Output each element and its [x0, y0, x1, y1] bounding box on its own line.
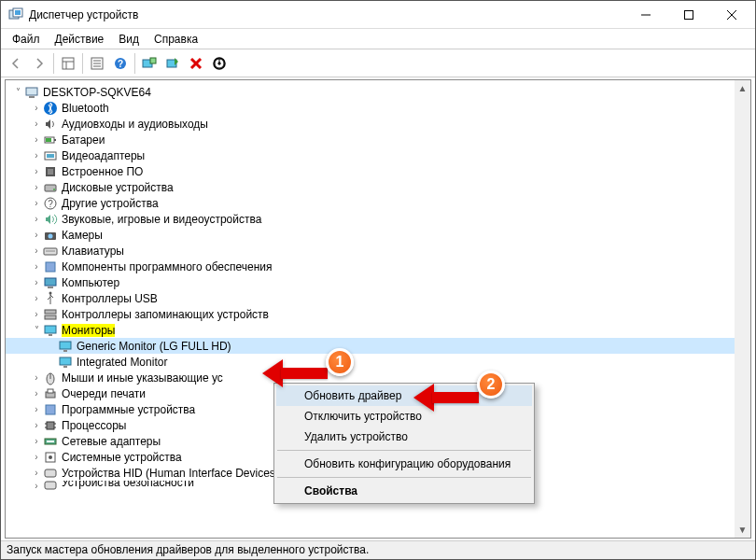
tree-item-label: Программные устройства — [62, 403, 195, 416]
svg-rect-57 — [48, 389, 53, 393]
ctx-separator — [277, 477, 531, 478]
svg-rect-44 — [48, 287, 53, 288]
expand-caret-icon[interactable]: › — [30, 404, 43, 414]
tree-item-label: Компьютер — [62, 276, 119, 289]
svg-point-35 — [53, 189, 55, 190]
titlebar: Диспетчер устройств — [1, 1, 755, 29]
tree-item-label: Очереди печати — [62, 387, 146, 400]
tree-item[interactable]: ›Батареи — [6, 132, 750, 147]
svg-rect-58 — [46, 405, 55, 414]
svg-rect-50 — [60, 342, 71, 349]
expand-caret-icon[interactable]: › — [30, 245, 43, 256]
tree-item[interactable]: ›?Другие устройства — [6, 195, 750, 211]
tree-item[interactable]: ›Видеоадаптеры — [6, 147, 750, 163]
tree-item[interactable]: ›Контроллеры USB — [6, 290, 750, 306]
scroll-down-icon[interactable]: ▼ — [735, 522, 750, 538]
monitor-icon — [43, 323, 58, 338]
svg-rect-68 — [45, 469, 56, 477]
tree-item[interactable]: ›Контроллеры запоминающих устройств — [6, 306, 750, 322]
expand-caret-icon[interactable]: › — [30, 261, 43, 272]
svg-point-39 — [49, 233, 53, 238]
scroll-up-icon[interactable]: ▲ — [735, 80, 750, 96]
tree-item[interactable]: ›Встроенное ПО — [6, 163, 750, 179]
toolbar-back-button[interactable] — [5, 52, 27, 75]
tree-item-label: Встроенное ПО — [62, 165, 143, 178]
expand-caret-icon[interactable]: › — [30, 103, 43, 113]
menubar: Файл Действие Вид Справка — [1, 29, 755, 49]
tree-item-label: Камеры — [62, 229, 103, 242]
minimize-button[interactable] — [624, 1, 667, 29]
tree-item[interactable]: ›Клавиатуры — [6, 243, 750, 259]
expand-caret-icon[interactable]: › — [30, 182, 43, 192]
tree-item-label: Устройства безопасности — [62, 481, 194, 489]
scrollbar[interactable]: ▲ ▼ — [735, 80, 750, 538]
svg-rect-28 — [54, 139, 56, 141]
expand-caret-icon[interactable]: › — [30, 166, 43, 176]
expand-caret-icon[interactable]: › — [30, 372, 43, 383]
toolbar-properties-button[interactable] — [86, 52, 108, 75]
tree-item[interactable]: ›Звуковые, игровые и видеоустройства — [6, 211, 750, 227]
tree-item[interactable]: ›Bluetooth — [6, 100, 750, 116]
expand-caret-icon[interactable]: › — [30, 150, 43, 161]
expand-caret-icon[interactable]: › — [30, 293, 43, 303]
expand-caret-icon[interactable]: › — [30, 452, 43, 462]
tree-item[interactable]: ›Компьютер — [6, 274, 750, 290]
svg-rect-53 — [63, 366, 67, 368]
tree-monitor-integrated[interactable]: Integrated Monitor — [6, 354, 750, 370]
maximize-button[interactable] — [667, 1, 710, 29]
tree-monitor-generic[interactable]: Generic Monitor (LG FULL HD) — [6, 338, 750, 354]
tree-monitors[interactable]: ˅Мониторы — [6, 322, 750, 338]
expand-caret-icon[interactable]: › — [30, 214, 43, 224]
tree-item-label: Bluetooth — [62, 102, 109, 115]
expand-caret-icon[interactable]: › — [30, 420, 43, 430]
close-button[interactable] — [710, 1, 753, 29]
svg-text:?: ? — [118, 59, 123, 69]
tree-item-label: Контроллеры USB — [62, 292, 158, 305]
toolbar-update-button[interactable] — [161, 52, 184, 75]
expand-caret-icon[interactable]: › — [30, 134, 43, 145]
device-icon — [43, 180, 58, 195]
tree-item[interactable]: ›Компоненты программного обеспечения — [6, 259, 750, 274]
expand-caret-icon[interactable]: › — [30, 388, 43, 399]
ctx-remove-device[interactable]: Удалить устройство — [276, 427, 532, 447]
expand-caret-icon[interactable]: › — [30, 198, 43, 208]
svg-rect-52 — [60, 357, 71, 365]
ctx-scan-hardware[interactable]: Обновить конфигурацию оборудования — [276, 454, 532, 474]
svg-rect-46 — [45, 310, 56, 314]
tree-item-label: Дисковые устройства — [62, 181, 174, 194]
menu-action[interactable]: Действие — [48, 31, 112, 48]
expand-caret-icon[interactable]: › — [30, 481, 43, 490]
tree-root[interactable]: ˅DESKTOP-SQKVE64 — [6, 84, 750, 100]
expand-caret-icon[interactable]: › — [30, 230, 43, 240]
tree-item[interactable]: ›Аудиовходы и аудиовыходы — [6, 116, 750, 132]
menu-file[interactable]: Файл — [5, 31, 48, 48]
toolbar-forward-button[interactable] — [28, 52, 50, 75]
device-icon — [43, 307, 58, 322]
tree-item[interactable]: ›Дисковые устройства — [6, 179, 750, 195]
menu-view[interactable]: Вид — [111, 31, 147, 48]
expand-caret-icon[interactable]: › — [30, 436, 43, 446]
menu-help[interactable]: Справка — [147, 31, 205, 48]
expand-caret-icon[interactable]: › — [30, 277, 43, 287]
ctx-disable-device[interactable]: Отключить устройство — [276, 406, 532, 427]
toolbar-uninstall-button[interactable] — [185, 52, 207, 75]
tree-item[interactable]: ›Камеры — [6, 227, 750, 243]
ctx-properties[interactable]: Свойства — [276, 481, 532, 501]
toolbar-showhide-button[interactable] — [57, 52, 79, 75]
svg-rect-59 — [47, 422, 54, 429]
toolbar-disable-button[interactable] — [208, 52, 231, 75]
expand-caret-icon[interactable]: › — [30, 119, 43, 129]
device-icon — [43, 481, 58, 490]
expand-caret-icon[interactable]: ˅ — [11, 87, 24, 97]
expand-caret-icon[interactable]: › — [30, 309, 43, 319]
tree-item-label: Generic Monitor (LG FULL HD) — [77, 340, 231, 353]
tree-item-label: Звуковые, игровые и видеоустройства — [62, 213, 261, 226]
device-icon — [43, 291, 58, 306]
expand-caret-icon[interactable]: › — [30, 468, 43, 478]
toolbar-help-button[interactable]: ? — [109, 52, 132, 75]
tree-item-label: Батареи — [62, 133, 105, 147]
toolbar-scan-button[interactable] — [138, 52, 161, 75]
expand-caret-icon[interactable]: ˅ — [30, 325, 43, 335]
svg-rect-31 — [47, 154, 54, 158]
device-icon — [43, 275, 58, 290]
